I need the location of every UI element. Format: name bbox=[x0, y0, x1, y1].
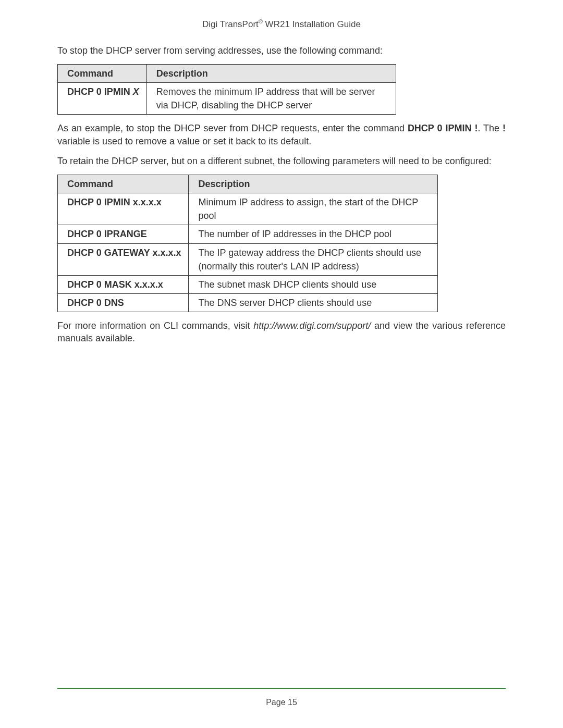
table-header-row: Command Description bbox=[58, 175, 438, 193]
cell-description: Removes the minimum IP address that will… bbox=[146, 83, 396, 115]
table-retain-dhcp: Command Description DHCP 0 IPMIN x.x.x.x… bbox=[57, 175, 438, 312]
table-row: DHCP 0 MASK x.x.x.x The subnet mask DHCP… bbox=[58, 275, 438, 293]
text-fragment: variable is used to remove a value or se… bbox=[57, 136, 311, 146]
command-variable: X bbox=[133, 87, 139, 97]
cell-description: The subnet mask DHCP clients should use bbox=[189, 275, 438, 293]
cell-description: The number of IP addresses in the DHCP p… bbox=[189, 225, 438, 243]
cell-command: DHCP 0 IPRANGE bbox=[58, 225, 189, 243]
text-fragment: For more information on CLI commands, vi… bbox=[57, 320, 253, 331]
header-prefix: Digi TransPort bbox=[202, 19, 259, 29]
footer-rule bbox=[57, 688, 506, 689]
table-row: DHCP 0 IPMIN X Removes the minimum IP ad… bbox=[58, 83, 396, 115]
cell-description: The IP gateway address the DHCP clients … bbox=[189, 243, 438, 275]
col-header-command: Command bbox=[58, 175, 189, 193]
cell-description: The DNS server DHCP clients should use bbox=[189, 293, 438, 312]
header-suffix: WR21 Installation Guide bbox=[263, 19, 361, 29]
text-fragment: As an example, to stop the DHCP sever fr… bbox=[57, 123, 408, 133]
cell-description: Minimum IP address to assign, the start … bbox=[189, 193, 438, 225]
table-stop-dhcp: Command Description DHCP 0 IPMIN X Remov… bbox=[57, 64, 396, 115]
command-text: DHCP 0 IPMIN bbox=[67, 87, 133, 97]
cell-command: DHCP 0 IPMIN x.x.x.x bbox=[58, 193, 189, 225]
table-header-row: Command Description bbox=[58, 64, 396, 82]
page-header: Digi TransPort® WR21 Installation Guide bbox=[57, 18, 506, 30]
text-fragment: . The bbox=[478, 123, 503, 133]
registered-mark: ® bbox=[259, 18, 263, 24]
col-header-command: Command bbox=[58, 64, 147, 82]
col-header-description: Description bbox=[146, 64, 396, 82]
cell-command: DHCP 0 DNS bbox=[58, 293, 189, 312]
table-row: DHCP 0 DNS The DNS server DHCP clients s… bbox=[58, 293, 438, 312]
paragraph-intro-stop: To stop the DHCP server from serving add… bbox=[57, 44, 506, 57]
col-header-description: Description bbox=[189, 175, 438, 193]
bang-variable: ! bbox=[503, 123, 506, 133]
page: Digi TransPort® WR21 Installation Guide … bbox=[0, 0, 563, 728]
cell-command: DHCP 0 IPMIN X bbox=[58, 83, 147, 115]
paragraph-retain: To retain the DHCP server, but on a diff… bbox=[57, 155, 506, 167]
support-url: http://www.digi.com/support/ bbox=[253, 320, 371, 331]
cell-command: DHCP 0 GATEWAY x.x.x.x bbox=[58, 243, 189, 275]
command-inline: DHCP 0 IPMIN ! bbox=[408, 123, 478, 133]
cell-command: DHCP 0 MASK x.x.x.x bbox=[58, 275, 189, 293]
table-row: DHCP 0 IPMIN x.x.x.x Minimum IP address … bbox=[58, 193, 438, 225]
table-row: DHCP 0 IPRANGE The number of IP addresse… bbox=[58, 225, 438, 243]
paragraph-more-info: For more information on CLI commands, vi… bbox=[57, 319, 506, 345]
paragraph-example: As an example, to stop the DHCP sever fr… bbox=[57, 122, 506, 147]
page-number: Page 15 bbox=[0, 698, 563, 707]
table-row: DHCP 0 GATEWAY x.x.x.x The IP gateway ad… bbox=[58, 243, 438, 275]
